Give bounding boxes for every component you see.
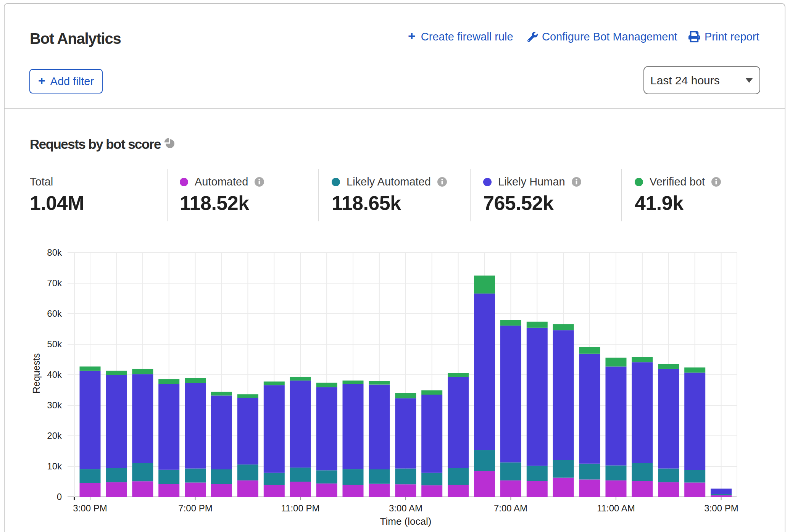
svg-text:60k: 60k [47, 308, 62, 319]
svg-text:3:00 PM: 3:00 PM [704, 503, 738, 513]
svg-text:11:00 AM: 11:00 AM [597, 503, 635, 513]
svg-text:Requests: Requests [31, 353, 42, 393]
svg-text:40k: 40k [47, 369, 62, 380]
svg-text:30k: 30k [47, 400, 62, 410]
svg-text:3:00 AM: 3:00 AM [389, 503, 422, 513]
svg-text:3:00 PM: 3:00 PM [73, 503, 107, 513]
svg-text:7:00 AM: 7:00 AM [494, 503, 527, 513]
svg-text:11:00 PM: 11:00 PM [281, 503, 320, 513]
svg-text:10k: 10k [47, 461, 62, 471]
svg-text:50k: 50k [47, 339, 62, 349]
svg-text:Time (local): Time (local) [380, 516, 432, 527]
svg-text:70k: 70k [47, 278, 62, 288]
svg-text:7:00 PM: 7:00 PM [178, 503, 212, 513]
svg-text:0: 0 [57, 492, 62, 502]
svg-text:20k: 20k [47, 430, 62, 441]
svg-text:80k: 80k [47, 247, 62, 258]
